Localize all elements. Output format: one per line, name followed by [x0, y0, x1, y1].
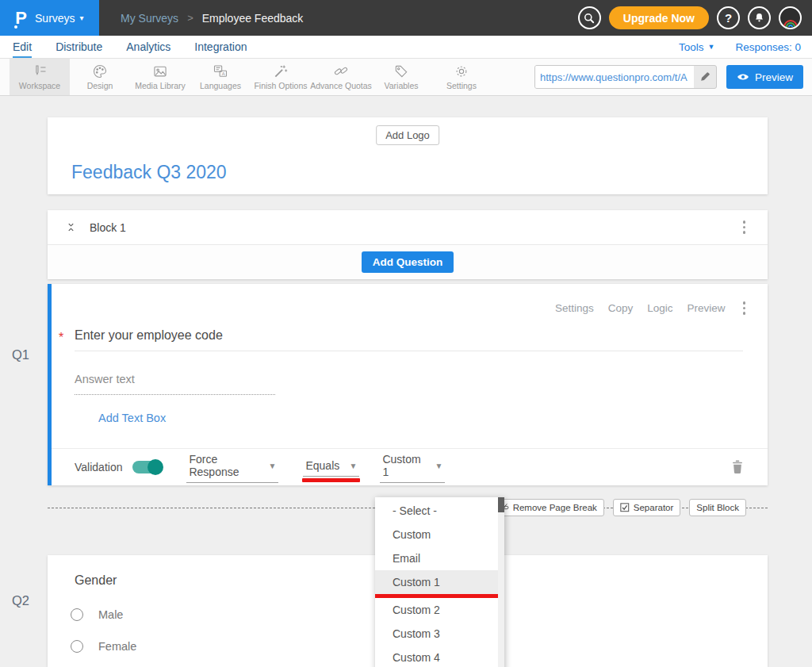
menu-option-select[interactable]: - Select -	[375, 499, 498, 523]
toolbar-item-media-library[interactable]: Media Library	[130, 59, 190, 95]
toolbar-item-design[interactable]: Design	[70, 59, 130, 95]
radio-icon[interactable]	[71, 640, 83, 653]
question-menu-button[interactable]	[743, 301, 746, 315]
menu-option-custom-1[interactable]: Custom 1	[375, 570, 498, 594]
answer-text-underline	[75, 394, 275, 395]
preview-button[interactable]: Preview	[726, 65, 803, 89]
chain-link-icon	[333, 63, 349, 79]
preview-label: Preview	[755, 71, 793, 83]
toolbar-item-finish-options[interactable]: Finish Options	[251, 59, 311, 95]
question-logic-link[interactable]: Logic	[647, 302, 672, 314]
upgrade-now-button[interactable]: Upgrade Now	[609, 6, 709, 29]
radio-option-female[interactable]: Female	[71, 640, 136, 653]
question-card-q1[interactable]: Settings Copy Logic Preview * Enter your…	[48, 284, 768, 485]
toolbar-item-languages[interactable]: A Languages	[190, 59, 251, 95]
radio-option-male[interactable]: Male	[71, 608, 123, 621]
chevron-down-icon: ▾	[80, 13, 84, 22]
menu-option-custom-4[interactable]: Custom 4	[375, 646, 498, 667]
separator-button[interactable]: Separator	[613, 499, 681, 516]
surveys-menu[interactable]: Surveys ▾	[35, 12, 84, 25]
tab-analytics[interactable]: Analytics	[126, 36, 170, 58]
add-question-button[interactable]: Add Question	[362, 251, 454, 273]
radio-icon[interactable]	[71, 608, 83, 621]
collapse-block-button[interactable]	[65, 221, 77, 233]
menu-options: - Select - Custom Email Custom 1 Custom …	[375, 497, 498, 667]
toolbar-label: Variables	[385, 81, 419, 90]
breadcrumb-my-surveys[interactable]: My Surveys	[121, 12, 178, 25]
question-text-q1[interactable]: Enter your employee code	[75, 328, 223, 343]
surveys-menu-label: Surveys	[35, 12, 75, 25]
split-block-button[interactable]: Split Block	[689, 499, 746, 516]
search-button[interactable]	[578, 6, 601, 29]
toolbar-item-advance-quotas[interactable]: Advance Quotas	[311, 59, 371, 95]
collapse-icon	[65, 221, 77, 233]
tabbar-right: Tools ▼ Responses: 0	[679, 41, 801, 53]
menu-option-email[interactable]: Email	[375, 546, 498, 570]
force-response-value: Force Response	[189, 453, 262, 478]
edit-url-button[interactable]	[694, 66, 716, 88]
question-mark-icon: ?	[725, 11, 732, 25]
search-icon	[583, 12, 596, 25]
question-number-q1: Q1	[12, 347, 29, 362]
menu-scrollbar[interactable]	[498, 497, 504, 667]
block-card: Block 1 Add Question	[48, 210, 768, 279]
breadcrumb-separator: >	[187, 12, 193, 24]
delete-question-button[interactable]	[730, 459, 745, 475]
top-bar: P Surveys ▾ My Surveys > Employee Feedba…	[0, 0, 812, 36]
operator-dropdown[interactable]: Equals ▼	[303, 458, 359, 477]
notifications-button[interactable]	[748, 6, 771, 29]
add-text-box-link[interactable]: Add Text Box	[98, 412, 166, 424]
toolbar-label: Media Library	[135, 81, 186, 90]
user-avatar[interactable]	[779, 6, 802, 29]
remove-page-break-label: Remove Page Break	[513, 503, 597, 512]
add-logo-button[interactable]: Add Logo	[376, 125, 439, 145]
tab-edit[interactable]: Edit	[13, 36, 32, 58]
chevron-down-icon: ▼	[435, 462, 443, 470]
operator-value: Equals	[305, 459, 339, 472]
block-menu-button[interactable]	[743, 220, 746, 234]
tools-menu[interactable]: Tools ▼	[679, 41, 714, 53]
toolbar-item-workspace[interactable]: Workspace	[10, 59, 70, 95]
checkbox-checked-icon	[620, 503, 630, 512]
validation-label: Validation	[75, 461, 122, 473]
question-settings-link[interactable]: Settings	[555, 302, 594, 314]
section-tab-bar: Edit Distribute Analytics Integration To…	[0, 36, 812, 59]
radio-label: Male	[98, 608, 123, 621]
responses-count[interactable]: Responses: 0	[735, 41, 801, 53]
menu-option-custom-3[interactable]: Custom 3	[375, 622, 498, 646]
question-actions: Settings Copy Logic Preview	[555, 301, 745, 315]
question-text-q2[interactable]: Gender	[75, 573, 117, 588]
page-break-buttons: Remove Page Break Separator Split Block	[492, 499, 746, 516]
answer-text-placeholder[interactable]: Answer text	[75, 373, 135, 385]
validation-value-dropdown[interactable]: Custom 1 ▼	[380, 451, 445, 483]
app-logo[interactable]: P Surveys ▾	[0, 0, 99, 36]
chevron-down-icon: ▼	[350, 462, 358, 470]
pencil-icon	[699, 71, 710, 82]
workspace-icon	[32, 63, 48, 79]
tab-distribute[interactable]: Distribute	[56, 36, 102, 58]
validation-row: Validation Force Response ▼ Equals ▼ Cus…	[52, 448, 768, 485]
menu-option-custom[interactable]: Custom	[375, 523, 498, 546]
tools-label: Tools	[679, 41, 704, 53]
question-preview-link[interactable]: Preview	[687, 302, 725, 314]
magic-wand-icon	[273, 63, 289, 79]
validation-toggle[interactable]	[132, 461, 162, 473]
scrollbar-thumb[interactable]	[498, 497, 504, 512]
topbar-actions: Upgrade Now ?	[578, 6, 812, 29]
survey-url-input[interactable]	[535, 66, 694, 88]
help-button[interactable]: ?	[717, 6, 740, 29]
toolbar-item-variables[interactable]: Variables	[371, 59, 431, 95]
tab-integration[interactable]: Integration	[194, 36, 247, 58]
survey-editor-canvas: Add Logo Feedback Q3 2020 Block 1 Add Qu…	[0, 117, 812, 667]
section-tabs: Edit Distribute Analytics Integration	[13, 36, 247, 58]
toolbar-item-settings[interactable]: Settings	[431, 59, 492, 95]
radio-label: Female	[98, 640, 136, 653]
survey-title[interactable]: Feedback Q3 2020	[71, 162, 227, 183]
breadcrumb: My Surveys > Employee Feedback	[121, 12, 303, 25]
question-copy-link[interactable]: Copy	[608, 302, 634, 314]
add-question-strip: Add Question	[48, 245, 768, 278]
force-response-dropdown[interactable]: Force Response ▼	[186, 451, 278, 483]
validation-value: Custom 1	[382, 453, 428, 478]
remove-page-break-button[interactable]: Remove Page Break	[492, 499, 604, 516]
menu-option-custom-2[interactable]: Custom 2	[375, 598, 498, 622]
